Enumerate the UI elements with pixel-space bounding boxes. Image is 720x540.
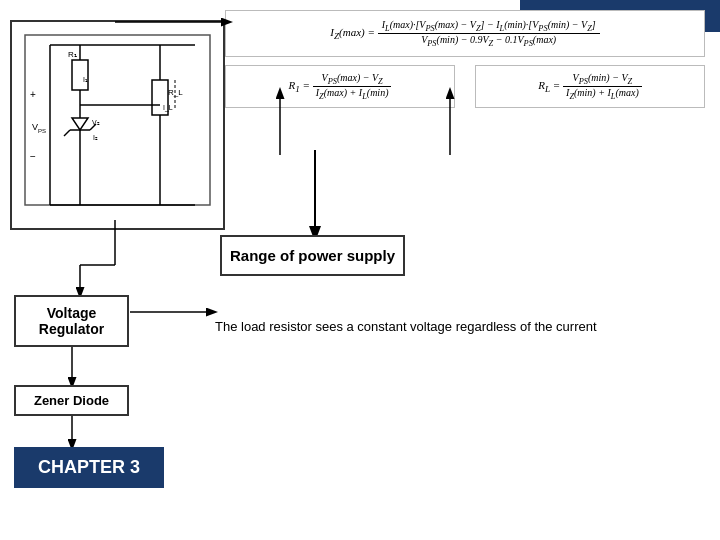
chapter-box: CHAPTER 3 (14, 447, 164, 488)
range-box: Range of power supply (220, 235, 405, 276)
svg-text:I₂: I₂ (93, 134, 98, 141)
formulas-secondary: R1 = VPS(max) − VZ IZ(max) + IL(min) RL … (225, 65, 705, 108)
formula-main: IZ(max) = IL(max)·[VPS(max) − VZ] − IL(m… (225, 10, 705, 57)
main-container: Multiple Diode Circuit V PS + − (0, 0, 720, 540)
svg-text:I_L: I_L (163, 104, 173, 112)
formula-main-text: IZ(max) = IL(max)·[VPS(max) − VZ] − IL(m… (330, 26, 599, 38)
svg-rect-0 (25, 35, 210, 205)
description-text: The load resistor sees a constant voltag… (215, 315, 710, 338)
formula-r1: R1 = VPS(max) − VZ IZ(max) + IL(min) (225, 65, 455, 108)
svg-text:−: − (30, 151, 36, 162)
zener-box: Zener Diode (14, 385, 129, 416)
svg-text:R_L: R_L (168, 88, 183, 97)
circuit-svg: V PS + − R₁ I₁ (20, 30, 215, 220)
range-text: Range of power supply (230, 247, 395, 264)
svg-rect-9 (72, 60, 88, 90)
voltage-box: VoltageRegulator (14, 295, 129, 347)
formulas-area: IZ(max) = IL(max)·[VPS(max) − VZ] − IL(m… (225, 10, 705, 108)
svg-marker-14 (72, 118, 88, 130)
formula-rl: RL = VPS(min) − VZ IZ(min) + IL(max) (475, 65, 705, 108)
svg-line-17 (64, 130, 70, 136)
svg-text:+: + (30, 89, 36, 100)
chapter-text: CHAPTER 3 (38, 457, 140, 477)
circuit-diagram: V PS + − R₁ I₁ (10, 20, 225, 230)
svg-text:R₁: R₁ (68, 50, 77, 59)
svg-text:PS: PS (38, 128, 46, 134)
svg-text:I₁: I₁ (83, 76, 88, 83)
zener-text: Zener Diode (34, 393, 109, 408)
svg-text:V₂: V₂ (92, 119, 100, 126)
description-label: The load resistor sees a constant voltag… (215, 319, 597, 334)
voltage-text: VoltageRegulator (39, 305, 104, 337)
